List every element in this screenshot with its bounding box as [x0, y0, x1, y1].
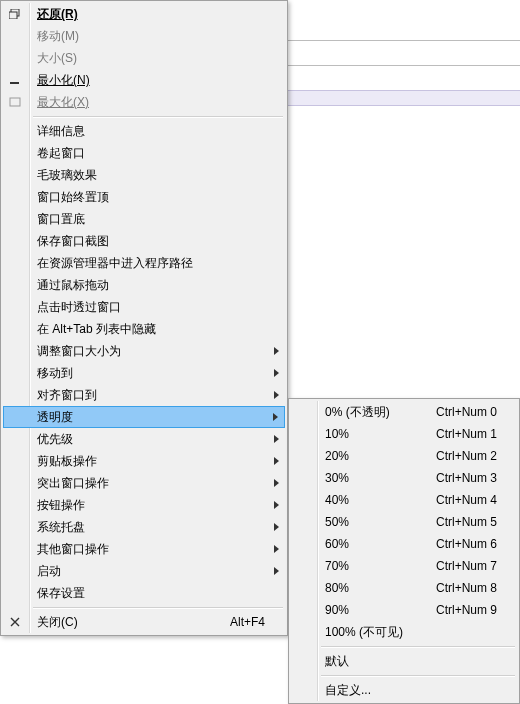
menu-item-label: 调整窗口大小为	[37, 344, 121, 358]
submenu-arrow-icon	[274, 369, 279, 377]
menu-item-label: 80%	[325, 581, 349, 595]
menu-item-send-to-bottom[interactable]: 窗口置底	[3, 208, 285, 230]
svg-rect-2	[10, 82, 19, 84]
submenu-item-50pct[interactable]: 50%Ctrl+Num 5	[291, 511, 517, 533]
menu-item-always-on-top[interactable]: 窗口始终置顶	[3, 186, 285, 208]
menu-item-label: 移动到	[37, 366, 73, 380]
submenu-arrow-icon	[273, 413, 278, 421]
svg-rect-3	[10, 98, 20, 106]
menu-item-label: 按钮操作	[37, 498, 85, 512]
menu-item-label: 10%	[325, 427, 349, 441]
submenu-item-0pct[interactable]: 0% (不透明)Ctrl+Num 0	[291, 401, 517, 423]
menu-item-label: 窗口始终置顶	[37, 190, 109, 204]
menu-item-label: 90%	[325, 603, 349, 617]
menu-item-label: 100% (不可见)	[325, 625, 403, 639]
minimize-icon	[8, 74, 22, 86]
menu-item-accelerator: Ctrl+Num 9	[436, 599, 497, 621]
menu-item-label: 最小化(N)	[37, 73, 90, 87]
menu-item-label: 保存窗口截图	[37, 234, 109, 248]
menu-item-accelerator: Ctrl+Num 8	[436, 577, 497, 599]
menu-item-label: 移动(M)	[37, 29, 79, 43]
submenu-item-60pct[interactable]: 60%Ctrl+Num 6	[291, 533, 517, 555]
close-icon	[8, 616, 22, 628]
menu-item-save-settings[interactable]: 保存设置	[3, 582, 285, 604]
menu-item-accelerator: Ctrl+Num 0	[436, 401, 497, 423]
submenu-item-default[interactable]: 默认	[291, 650, 517, 672]
menu-item-move-to[interactable]: 移动到	[3, 362, 285, 384]
menu-item-label: 保存设置	[37, 586, 85, 600]
menu-item-resize-to[interactable]: 调整窗口大小为	[3, 340, 285, 362]
submenu-item-30pct[interactable]: 30%Ctrl+Num 3	[291, 467, 517, 489]
menu-item-buttons[interactable]: 按钮操作	[3, 494, 285, 516]
submenu-arrow-icon	[274, 457, 279, 465]
menu-item-label: 优先级	[37, 432, 73, 446]
menu-item-accelerator: Ctrl+Num 6	[436, 533, 497, 555]
submenu-item-90pct[interactable]: 90%Ctrl+Num 9	[291, 599, 517, 621]
bg-divider	[288, 65, 520, 66]
submenu-arrow-icon	[274, 567, 279, 575]
menu-item-accelerator: Ctrl+Num 1	[436, 423, 497, 445]
submenu-item-100pct[interactable]: 100% (不可见)	[291, 621, 517, 643]
submenu-arrow-icon	[274, 523, 279, 531]
menu-item-label: 详细信息	[37, 124, 85, 138]
menu-item-label: 毛玻璃效果	[37, 168, 97, 182]
menu-item-label: 0% (不透明)	[325, 405, 390, 419]
menu-separator	[33, 116, 283, 117]
menu-item-label: 在 Alt+Tab 列表中隐藏	[37, 322, 156, 336]
menu-item-transparency[interactable]: 透明度	[3, 406, 285, 428]
menu-item-label: 自定义...	[325, 683, 371, 697]
menu-item-size: 大小(S)	[3, 47, 285, 69]
menu-item-label: 还原(R)	[37, 7, 78, 21]
menu-item-start[interactable]: 启动	[3, 560, 285, 582]
menu-item-drag-by-mouse[interactable]: 通过鼠标拖动	[3, 274, 285, 296]
menu-item-accelerator: Ctrl+Num 2	[436, 445, 497, 467]
menu-item-label: 对齐窗口到	[37, 388, 97, 402]
menu-item-other-windows[interactable]: 其他窗口操作	[3, 538, 285, 560]
menu-item-system-tray[interactable]: 系统托盘	[3, 516, 285, 538]
menu-item-close[interactable]: 关闭(C) Alt+F4	[3, 611, 285, 633]
system-context-menu[interactable]: 还原(R) 移动(M) 大小(S) 最小化(N) 最大化(X) 详细信息 卷起窗…	[0, 0, 288, 636]
menu-item-aero-glass[interactable]: 毛玻璃效果	[3, 164, 285, 186]
menu-item-save-screenshot[interactable]: 保存窗口截图	[3, 230, 285, 252]
menu-item-label: 关闭(C)	[37, 615, 78, 629]
menu-item-label: 通过鼠标拖动	[37, 278, 109, 292]
menu-item-label: 启动	[37, 564, 61, 578]
menu-item-accelerator: Ctrl+Num 3	[436, 467, 497, 489]
menu-item-details[interactable]: 详细信息	[3, 120, 285, 142]
menu-separator	[321, 675, 515, 676]
menu-item-rollup[interactable]: 卷起窗口	[3, 142, 285, 164]
submenu-item-70pct[interactable]: 70%Ctrl+Num 7	[291, 555, 517, 577]
menu-separator	[321, 646, 515, 647]
menu-item-hide-alt-tab[interactable]: 在 Alt+Tab 列表中隐藏	[3, 318, 285, 340]
submenu-arrow-icon	[274, 545, 279, 553]
menu-item-label: 60%	[325, 537, 349, 551]
menu-item-priority[interactable]: 优先级	[3, 428, 285, 450]
submenu-item-20pct[interactable]: 20%Ctrl+Num 2	[291, 445, 517, 467]
menu-item-label: 50%	[325, 515, 349, 529]
submenu-arrow-icon	[274, 501, 279, 509]
menu-item-clipboard[interactable]: 剪贴板操作	[3, 450, 285, 472]
menu-item-align-to[interactable]: 对齐窗口到	[3, 384, 285, 406]
menu-item-move: 移动(M)	[3, 25, 285, 47]
submenu-arrow-icon	[274, 347, 279, 355]
bg-divider	[288, 40, 520, 41]
menu-item-accelerator: Alt+F4	[230, 611, 265, 633]
submenu-item-40pct[interactable]: 40%Ctrl+Num 4	[291, 489, 517, 511]
transparency-submenu[interactable]: 0% (不透明)Ctrl+Num 0 10%Ctrl+Num 1 20%Ctrl…	[288, 398, 520, 704]
menu-item-minimize[interactable]: 最小化(N)	[3, 69, 285, 91]
menu-item-open-in-explorer[interactable]: 在资源管理器中进入程序路径	[3, 252, 285, 274]
restore-icon	[8, 8, 22, 20]
menu-item-accelerator: Ctrl+Num 4	[436, 489, 497, 511]
menu-item-restore[interactable]: 还原(R)	[3, 3, 285, 25]
bg-selection-band	[288, 90, 520, 106]
menu-item-label: 窗口置底	[37, 212, 85, 226]
menu-item-label: 突出窗口操作	[37, 476, 109, 490]
menu-item-click-through[interactable]: 点击时透过窗口	[3, 296, 285, 318]
menu-item-highlight[interactable]: 突出窗口操作	[3, 472, 285, 494]
menu-item-accelerator: Ctrl+Num 5	[436, 511, 497, 533]
submenu-arrow-icon	[274, 435, 279, 443]
submenu-item-10pct[interactable]: 10%Ctrl+Num 1	[291, 423, 517, 445]
submenu-item-80pct[interactable]: 80%Ctrl+Num 8	[291, 577, 517, 599]
menu-item-label: 大小(S)	[37, 51, 77, 65]
submenu-item-custom[interactable]: 自定义...	[291, 679, 517, 701]
